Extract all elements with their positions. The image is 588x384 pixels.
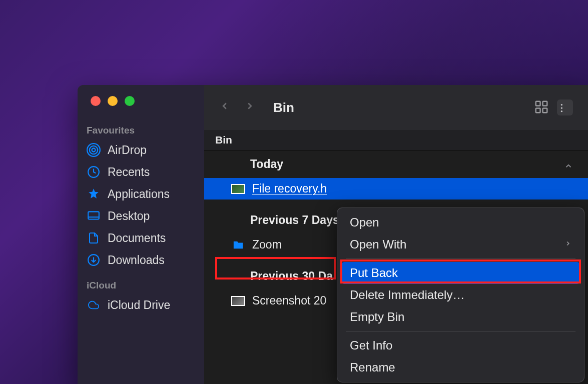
menu-item-put-back[interactable]: Put Back bbox=[341, 262, 580, 284]
chevron-right-icon bbox=[564, 239, 571, 250]
svg-rect-8 bbox=[543, 102, 547, 106]
close-button[interactable] bbox=[91, 96, 101, 106]
document-icon bbox=[87, 231, 101, 245]
desktop-icon bbox=[87, 209, 101, 223]
sidebar-item-label: Desktop bbox=[108, 210, 150, 223]
svg-point-1 bbox=[90, 146, 98, 154]
menu-item-open[interactable]: Open bbox=[341, 212, 580, 234]
sidebar-section-icloud: iCloud bbox=[78, 271, 204, 294]
svg-point-0 bbox=[92, 148, 96, 152]
maximize-button[interactable] bbox=[125, 96, 135, 106]
svg-rect-7 bbox=[536, 102, 540, 106]
sidebar-section-favourites: Favourites bbox=[78, 121, 204, 139]
toolbar: Bin bbox=[204, 85, 588, 130]
menu-label: Open With bbox=[350, 238, 406, 252]
sidebar-item-applications[interactable]: Applications bbox=[78, 183, 204, 205]
svg-point-13 bbox=[561, 110, 562, 112]
menu-item-rename[interactable]: Rename bbox=[341, 356, 580, 378]
image-file-icon bbox=[231, 184, 245, 194]
menu-label: Empty Bin bbox=[350, 310, 404, 324]
back-button[interactable] bbox=[219, 99, 230, 116]
list-view-button[interactable] bbox=[557, 100, 573, 116]
window-title: Bin bbox=[273, 100, 294, 116]
airdrop-icon bbox=[87, 143, 101, 157]
forward-button[interactable] bbox=[244, 99, 255, 116]
sidebar-item-label: Downloads bbox=[108, 254, 165, 267]
svg-rect-9 bbox=[536, 108, 540, 113]
window-controls bbox=[78, 96, 204, 121]
sidebar-item-label: iCloud Drive bbox=[108, 298, 170, 312]
sidebar-item-label: Applications bbox=[108, 188, 170, 201]
menu-item-get-info[interactable]: Get Info bbox=[341, 334, 580, 356]
menu-label: Rename bbox=[350, 360, 395, 374]
sidebar-item-icteen-drive[interactable]: iCloud Drive bbox=[78, 294, 204, 316]
sidebar-item-label: AirDrop bbox=[108, 144, 147, 157]
cloud-icon bbox=[87, 298, 101, 312]
file-name: File recovery.h bbox=[252, 182, 327, 196]
section-title: Today bbox=[250, 158, 283, 171]
location-bar: Bin bbox=[204, 130, 588, 150]
sidebar-item-recents[interactable]: Recents bbox=[78, 161, 204, 183]
section-title: Previous 7 Days bbox=[250, 214, 339, 227]
svg-point-12 bbox=[561, 107, 562, 108]
folder-icon bbox=[231, 240, 245, 250]
menu-label: Get Info bbox=[350, 338, 392, 352]
section-title: Previous 30 Da bbox=[250, 270, 333, 283]
section-header-today[interactable]: Today bbox=[204, 150, 588, 178]
menu-divider bbox=[346, 331, 575, 332]
sidebar-item-label: Recents bbox=[108, 166, 150, 179]
menu-label: Put Back bbox=[350, 266, 398, 280]
image-file-icon bbox=[231, 296, 245, 306]
menu-item-empty-bin[interactable]: Empty Bin bbox=[341, 306, 580, 328]
sidebar-item-airdrop[interactable]: AirDrop bbox=[78, 139, 204, 161]
svg-rect-4 bbox=[88, 212, 99, 219]
svg-rect-10 bbox=[543, 108, 547, 113]
applications-icon bbox=[87, 187, 101, 201]
menu-item-open-with[interactable]: Open With bbox=[341, 234, 580, 256]
menu-divider bbox=[346, 258, 575, 259]
icon-view-button[interactable] bbox=[534, 100, 550, 116]
file-name: Zoom bbox=[252, 238, 282, 252]
menu-label: Open bbox=[350, 216, 379, 230]
sidebar-item-downloads[interactable]: Downloads bbox=[78, 249, 204, 271]
menu-label: Delete Immediately… bbox=[350, 288, 464, 302]
svg-point-11 bbox=[561, 104, 562, 106]
menu-item-delete-immediately[interactable]: Delete Immediately… bbox=[341, 284, 580, 306]
chevron-up-icon bbox=[564, 160, 573, 169]
sidebar-item-documents[interactable]: Documents bbox=[78, 227, 204, 249]
file-row-selected[interactable]: File recovery.h bbox=[204, 178, 588, 200]
downloads-icon bbox=[87, 253, 101, 267]
file-name: Screenshot 20 bbox=[252, 294, 326, 308]
context-menu: Open Open With Put Back Delete Immediate… bbox=[337, 208, 584, 382]
clock-icon bbox=[87, 165, 101, 179]
sidebar-item-desktop[interactable]: Desktop bbox=[78, 205, 204, 227]
sidebar: Favourites AirDrop Recents Applications … bbox=[78, 85, 204, 384]
sidebar-item-label: Documents bbox=[108, 232, 166, 245]
minimize-button[interactable] bbox=[108, 96, 118, 106]
